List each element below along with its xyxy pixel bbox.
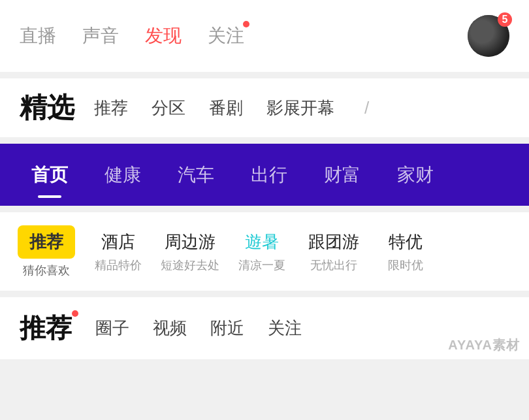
jingxuan-tab-tuijian[interactable]: 推荐 <box>94 97 128 120</box>
travel-item-zhoubiangyou[interactable]: 周边游 短途好去处 <box>154 231 226 273</box>
travel-item-teyou-main: 特优 <box>389 231 423 253</box>
purple-nav-jiacai[interactable]: 家财 <box>379 144 452 206</box>
travel-item-teyou-sub: 限时优 <box>388 257 423 273</box>
purple-nav-chuxing[interactable]: 出行 <box>232 144 306 206</box>
jingxuan-tabs: 推荐 分区 番剧 影展开幕 / <box>94 97 369 120</box>
travel-item-gentuanyou-sub: 无忧出行 <box>310 257 357 273</box>
jingxuan-title: 精选 <box>20 89 74 126</box>
purple-nav-jiankang[interactable]: 健康 <box>86 144 159 206</box>
nav-item-shengyin[interactable]: 声音 <box>82 24 119 48</box>
travel-item-jiudian-main: 酒店 <box>101 231 135 253</box>
nav-item-faxian[interactable]: 发现 <box>145 24 182 48</box>
travel-item-youyou[interactable]: 遊暑 清凉一夏 <box>226 231 298 273</box>
jingxuan-tab-banju[interactable]: 番剧 <box>209 97 243 120</box>
nav-item-zhibo[interactable]: 直播 <box>20 24 56 48</box>
jingxuan-tab-yingzhan[interactable]: 影展开幕 <box>266 97 334 120</box>
nav-item-guanzhu[interactable]: 关注 <box>208 24 244 48</box>
travel-item-zhoubiangyou-sub: 短途好去处 <box>161 257 219 273</box>
recommend-tabs: 圈子 视频 附近 关注 <box>95 317 302 340</box>
purple-nav-qiche[interactable]: 汽车 <box>159 144 232 206</box>
nav-items: 直播 声音 发现 关注 <box>20 24 244 48</box>
recommend-section: 推荐 圈子 视频 附近 关注 AYAYA素材 <box>0 297 529 359</box>
recommend-tab-guanzhu[interactable]: 关注 <box>268 317 302 340</box>
jingxuan-tab-fenqu[interactable]: 分区 <box>152 97 185 120</box>
travel-item-gentuanyou-main: 跟团游 <box>308 231 359 253</box>
purple-nav-caifu[interactable]: 财富 <box>306 144 379 206</box>
avatar-button[interactable]: 5 <box>468 15 509 57</box>
top-nav-section: 直播 声音 发现 关注 5 <box>0 0 529 72</box>
recommend-tab-shipin[interactable]: 视频 <box>153 317 187 340</box>
recommend-tab-quanzi[interactable]: 圈子 <box>95 317 129 340</box>
travel-item-youyou-main: 遊暑 <box>245 231 279 253</box>
travel-section: 推荐 猜你喜欢 酒店 精品特价 周边游 短途好去处 遊暑 清凉一夏 跟团游 无忧… <box>0 212 529 291</box>
recommend-tab-fujin[interactable]: 附近 <box>210 317 244 340</box>
purple-nav-shouye[interactable]: 首页 <box>13 144 86 206</box>
notification-badge: 5 <box>498 12 512 27</box>
jingxuan-more-icon[interactable]: / <box>364 98 369 118</box>
recommend-title: 推荐 <box>20 310 72 346</box>
recommend-dot <box>72 310 78 317</box>
purple-nav-section: 首页 健康 汽车 出行 财富 家财 <box>0 144 529 206</box>
travel-item-jiudian[interactable]: 酒店 精品特价 <box>82 231 154 273</box>
travel-item-zhoubiangyou-main: 周边游 <box>165 231 216 253</box>
travel-item-teyou[interactable]: 特优 限时优 <box>370 231 441 273</box>
travel-item-gentuanyou[interactable]: 跟团游 无忧出行 <box>298 231 370 273</box>
travel-item-tuijian-main: 推荐 <box>18 225 75 259</box>
jingxuan-section: 精选 推荐 分区 番剧 影展开幕 / <box>0 78 529 137</box>
travel-item-tuijian-sub: 猜你喜欢 <box>23 263 70 278</box>
travel-item-jiudian-sub: 精品特价 <box>95 257 142 273</box>
watermark: AYAYA素材 <box>448 336 520 354</box>
travel-item-tuijian[interactable]: 推荐 猜你喜欢 <box>10 225 82 278</box>
travel-item-youyou-sub: 清凉一夏 <box>238 257 285 273</box>
